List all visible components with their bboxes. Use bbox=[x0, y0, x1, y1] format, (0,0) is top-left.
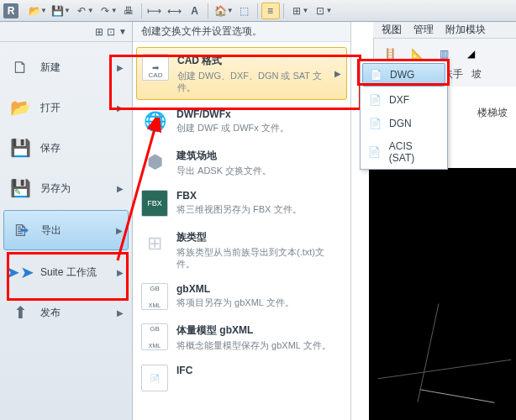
flyout-dgn-label: DGN bbox=[389, 118, 412, 129]
building-site-icon: ⬢ bbox=[141, 149, 168, 176]
export-dwf-desc: 创建 DWF 或 DWFx 文件。 bbox=[176, 122, 342, 134]
flyout-dgn[interactable]: 📄 DGN bbox=[361, 112, 447, 135]
dxf-file-icon: 📄 bbox=[367, 93, 382, 107]
dwf-globe-icon: 🌐 bbox=[141, 108, 168, 135]
export-building-site[interactable]: ⬢ 建筑场地 导出 ADSK 交换文件。 bbox=[133, 142, 350, 183]
chevron-right-icon: ▶ bbox=[117, 63, 124, 72]
open-folder-icon: 📂 bbox=[8, 96, 32, 119]
flyout-dxf-label: DXF bbox=[389, 94, 409, 106]
dwg-file-icon: 📄 bbox=[368, 68, 383, 81]
panel-title-stair-ramp: 楼梯坡 bbox=[477, 106, 508, 120]
export-fbx-desc: 将三维视图另存为 FBX 文件。 bbox=[176, 203, 342, 215]
export-dwf-name: DWF/DWFx bbox=[176, 108, 342, 120]
flyout-acis-label: ACIS (SAT) bbox=[389, 140, 440, 164]
quick-access-toolbar: R 📂▼ 💾▼ ↶▼ ↷▼ 🖶 ⟼ ⟷ A 🏠▼ ⬚ ≡ ⊞▼ ⊡▼ bbox=[0, 0, 516, 22]
dgn-file-icon: 📄 bbox=[367, 117, 382, 130]
export-cad-name: CAD 格式 bbox=[177, 54, 326, 68]
export-icon: 🗎➡ bbox=[9, 218, 33, 242]
export-mass-desc: 将概念能量模型保存为 gbXML 文件。 bbox=[176, 339, 342, 351]
flyout-dwg[interactable]: 📄 DWG bbox=[362, 63, 445, 87]
recent-doc-icon[interactable]: ⊞ bbox=[95, 26, 103, 38]
chevron-right-icon: ▶ bbox=[116, 226, 123, 235]
menu-saveas[interactable]: 💾✎ 另存为 ▶ bbox=[0, 168, 132, 208]
export-ifc-name: IFC bbox=[176, 365, 342, 376]
menu-suite-label: Suite 工作流 bbox=[40, 265, 108, 280]
export-mass-name: 体量模型 gbXML bbox=[176, 323, 342, 338]
ramp-icon[interactable]: ◢ bbox=[460, 44, 482, 64]
flyout-acis-sat[interactable]: 📄 ACIS (SAT) bbox=[361, 135, 447, 169]
text-icon[interactable]: A bbox=[186, 3, 204, 19]
chevron-right-icon: ▶ bbox=[117, 103, 124, 113]
export-submenu-title: 创建交换文件并设置选项。 bbox=[133, 22, 350, 42]
save-disk-icon: 💾 bbox=[8, 136, 32, 160]
dropdown-caret-icon[interactable]: ▼ bbox=[118, 27, 127, 36]
mass-gbxml-file-icon: GBXML bbox=[141, 323, 168, 350]
thinlines-icon[interactable]: ≡ bbox=[261, 3, 280, 19]
acis-file-icon: 📄 bbox=[367, 145, 382, 159]
export-cad-formats[interactable]: CAD➡ CAD 格式 创建 DWG、DXF、DGN 或 SAT 文件。 ▶ bbox=[136, 47, 347, 100]
cad-file-icon: CAD➡ bbox=[142, 54, 169, 81]
application-menu: ⊞ ⊡ ▼ 🗋 新建 ▶ 📂 打开 ▶ 💾 保存 💾✎ 另存为 ▶ 🗎➡ 导出 … bbox=[0, 22, 133, 420]
export-famtype-name: 族类型 bbox=[176, 230, 342, 244]
menu-publish-label: 发布 bbox=[40, 306, 108, 320]
export-ifc[interactable]: 📄 IFC bbox=[133, 358, 350, 398]
ifc-file-icon: 📄 bbox=[141, 365, 168, 391]
dimension-icon[interactable]: ⟷ bbox=[166, 3, 184, 19]
menu-save[interactable]: 💾 保存 bbox=[0, 128, 132, 168]
menu-new[interactable]: 🗋 新建 ▶ bbox=[0, 47, 132, 87]
menu-suite-workflow[interactable]: ➤➤ Suite 工作流 ▶ bbox=[0, 252, 132, 292]
menu-save-label: 保存 bbox=[40, 141, 124, 155]
tab-addin[interactable]: 附加模块 bbox=[445, 23, 486, 37]
flyout-dwg-label: DWG bbox=[390, 69, 414, 81]
saveas-disk-icon: 💾✎ bbox=[8, 176, 32, 200]
menu-open-label: 打开 bbox=[40, 101, 108, 115]
drawing-viewport[interactable] bbox=[369, 168, 516, 420]
chevron-right-icon: ▶ bbox=[117, 268, 124, 277]
export-submenu: 创建交换文件并设置选项。 CAD➡ CAD 格式 创建 DWG、DXF、DGN … bbox=[133, 22, 351, 420]
export-gbxml[interactable]: GBXML gbXML 将项目另存为 gbXML 文件。 bbox=[133, 276, 350, 317]
new-file-icon: 🗋 bbox=[8, 55, 32, 79]
export-mass-gbxml[interactable]: GBXML 体量模型 gbXML 将概念能量模型保存为 gbXML 文件。 bbox=[133, 317, 350, 358]
menu-publish[interactable]: ⬆ 发布 ▶ bbox=[0, 292, 132, 333]
cad-format-flyout: 📄 DWG 📄 DXF 📄 DGN 📄 ACIS (SAT) bbox=[360, 60, 448, 170]
flyout-dxf[interactable]: 📄 DXF bbox=[361, 88, 447, 112]
export-site-name: 建筑场地 bbox=[176, 149, 342, 163]
menu-export[interactable]: 🗎➡ 导出 ▶ bbox=[3, 210, 129, 250]
app-logo-icon[interactable]: R bbox=[3, 3, 18, 18]
ramp-label: 坡 bbox=[471, 67, 482, 81]
ribbon-tabs: 视图 管理 附加模块 bbox=[373, 22, 516, 39]
export-fbx[interactable]: FBX FBX 将三维视图另存为 FBX 文件。 bbox=[133, 183, 350, 223]
align-icon[interactable]: ⟼ bbox=[145, 3, 164, 19]
export-famtype-desc: 将族类型从当前族导出到文本(.txt)文件。 bbox=[176, 246, 342, 270]
menu-open[interactable]: 📂 打开 ▶ bbox=[0, 87, 132, 128]
export-site-desc: 导出 ADSK 交换文件。 bbox=[176, 165, 342, 176]
tab-manage[interactable]: 管理 bbox=[413, 23, 434, 37]
export-dwf[interactable]: 🌐 DWF/DWFx 创建 DWF 或 DWFx 文件。 bbox=[133, 102, 350, 142]
gbxml-file-icon: GBXML bbox=[141, 283, 168, 310]
export-gbxml-name: gbXML bbox=[176, 283, 342, 295]
publish-icon: ⬆ bbox=[8, 301, 32, 324]
export-cad-desc: 创建 DWG、DXF、DGN 或 SAT 文件。 bbox=[177, 70, 326, 93]
section-icon[interactable]: ⬚ bbox=[235, 3, 254, 19]
menu-export-label: 导出 bbox=[41, 223, 108, 238]
print-icon[interactable]: 🖶 bbox=[119, 3, 138, 19]
family-types-icon: ⊞ bbox=[141, 230, 168, 257]
chevron-right-icon: ▶ bbox=[117, 308, 124, 318]
menu-new-label: 新建 bbox=[40, 60, 108, 75]
recent-doc-list-icon[interactable]: ⊡ bbox=[107, 26, 115, 38]
export-fbx-name: FBX bbox=[176, 190, 342, 202]
export-family-types[interactable]: ⊞ 族类型 将族类型从当前族导出到文本(.txt)文件。 bbox=[133, 223, 350, 276]
fbx-file-icon: FBX bbox=[141, 190, 168, 217]
chevron-right-icon: ▶ bbox=[334, 69, 341, 78]
chevron-right-icon: ▶ bbox=[117, 184, 124, 193]
export-gbxml-desc: 将项目另存为 gbXML 文件。 bbox=[176, 297, 342, 308]
tab-view[interactable]: 视图 bbox=[382, 23, 402, 37]
menu-saveas-label: 另存为 bbox=[40, 181, 108, 196]
suite-icon: ➤➤ bbox=[8, 260, 32, 284]
